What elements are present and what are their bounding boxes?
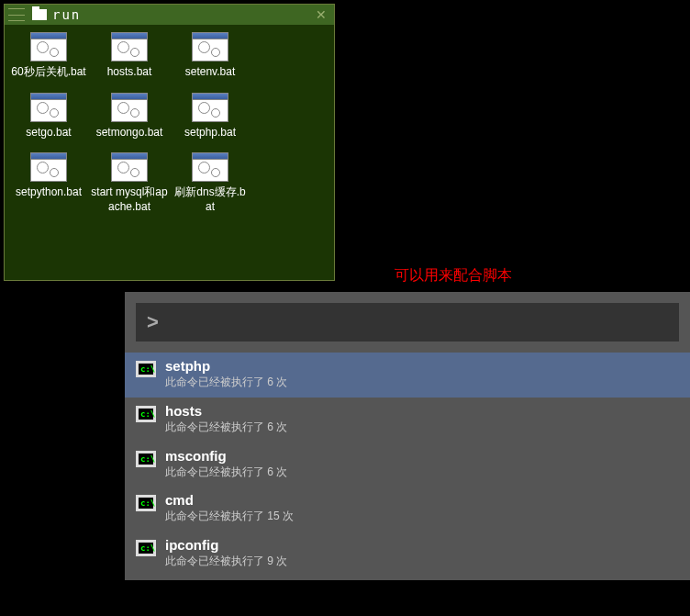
bat-file-icon bbox=[30, 93, 67, 122]
file-item[interactable]: setphp.bat bbox=[170, 93, 250, 140]
file-item[interactable]: setpython.bat bbox=[8, 152, 89, 214]
terminal-icon: c:\ bbox=[136, 451, 156, 467]
launcher-result-item[interactable]: c:\hosts此命令已经被执行了 6 次 bbox=[125, 398, 690, 442]
result-subtitle: 此命令已经被执行了 9 次 bbox=[165, 554, 287, 569]
file-label: setenv.bat bbox=[184, 65, 237, 80]
result-title: cmd bbox=[165, 492, 294, 509]
window-title: run bbox=[52, 7, 312, 22]
file-label: 60秒后关机.bat bbox=[9, 65, 87, 80]
result-title: msconfig bbox=[165, 448, 287, 465]
result-text: hosts此命令已经被执行了 6 次 bbox=[165, 403, 287, 435]
result-text: ipconfig此命令已经被执行了 9 次 bbox=[165, 537, 287, 569]
file-item[interactable]: setgo.bat bbox=[8, 93, 89, 140]
bat-file-icon bbox=[192, 32, 228, 62]
result-title: ipconfig bbox=[165, 537, 287, 554]
file-label: setmongo.bat bbox=[95, 126, 165, 140]
bat-file-icon bbox=[192, 93, 228, 122]
terminal-icon: c:\ bbox=[136, 540, 156, 556]
launcher-result-item[interactable]: c:\cmd此命令已经被执行了 15 次 bbox=[125, 487, 690, 532]
file-label: setphp.bat bbox=[183, 126, 238, 140]
result-text: msconfig此命令已经被执行了 6 次 bbox=[165, 448, 287, 480]
explorer-titlebar[interactable]: run ✕ bbox=[5, 5, 334, 25]
launcher-result-item[interactable]: c:\setphp此命令已经被执行了 6 次 bbox=[125, 353, 690, 398]
result-text: setphp此命令已经被执行了 6 次 bbox=[165, 358, 287, 390]
file-label: setpython.bat bbox=[14, 185, 83, 200]
search-input[interactable]: > bbox=[136, 303, 679, 342]
bat-file-icon bbox=[111, 93, 148, 122]
file-label: setgo.bat bbox=[24, 126, 72, 140]
explorer-body: 60秒后关机.bathosts.batsetenv.batsetgo.batse… bbox=[5, 25, 334, 280]
terminal-icon: c:\ bbox=[136, 361, 156, 377]
hamburger-menu-icon[interactable] bbox=[8, 8, 25, 21]
file-item[interactable]: setenv.bat bbox=[170, 32, 250, 80]
annotation-text: 可以用来配合脚本 bbox=[395, 266, 512, 286]
terminal-icon: c:\ bbox=[136, 406, 156, 422]
launcher-result-item[interactable]: c:\msconfig此命令已经被执行了 6 次 bbox=[125, 442, 690, 487]
file-item[interactable]: 刷新dns缓存.bat bbox=[170, 152, 250, 214]
launcher-result-item[interactable]: c:\ipconfig此命令已经被执行了 9 次 bbox=[125, 532, 690, 577]
result-title: setphp bbox=[165, 358, 287, 375]
bat-file-icon bbox=[111, 152, 148, 182]
bat-file-icon bbox=[30, 152, 67, 182]
terminal-icon: c:\ bbox=[136, 495, 156, 511]
file-item[interactable]: hosts.bat bbox=[89, 32, 170, 80]
close-icon[interactable]: ✕ bbox=[312, 7, 330, 22]
result-subtitle: 此命令已经被执行了 6 次 bbox=[165, 375, 287, 390]
file-label: 刷新dns缓存.bat bbox=[170, 185, 250, 214]
bat-file-icon bbox=[111, 32, 148, 62]
file-label: hosts.bat bbox=[106, 65, 154, 80]
file-item[interactable]: start mysql和apache.bat bbox=[89, 152, 170, 214]
result-text: cmd此命令已经被执行了 15 次 bbox=[165, 492, 294, 524]
file-item[interactable]: setmongo.bat bbox=[89, 93, 170, 140]
result-list: c:\setphp此命令已经被执行了 6 次c:\hosts此命令已经被执行了 … bbox=[125, 353, 690, 580]
search-prompt: > bbox=[147, 310, 159, 333]
result-subtitle: 此命令已经被执行了 15 次 bbox=[165, 509, 294, 524]
result-subtitle: 此命令已经被执行了 6 次 bbox=[165, 465, 287, 480]
launcher-panel: > c:\setphp此命令已经被执行了 6 次c:\hosts此命令已经被执行… bbox=[125, 292, 690, 580]
file-explorer-window: run ✕ 60秒后关机.bathosts.batsetenv.batsetgo… bbox=[4, 4, 335, 281]
folder-icon bbox=[32, 9, 47, 20]
bat-file-icon bbox=[192, 152, 228, 182]
file-item[interactable]: 60秒后关机.bat bbox=[8, 32, 89, 80]
result-subtitle: 此命令已经被执行了 6 次 bbox=[165, 420, 287, 435]
file-label: start mysql和apache.bat bbox=[89, 185, 170, 214]
result-title: hosts bbox=[165, 403, 287, 420]
bat-file-icon bbox=[30, 32, 67, 62]
